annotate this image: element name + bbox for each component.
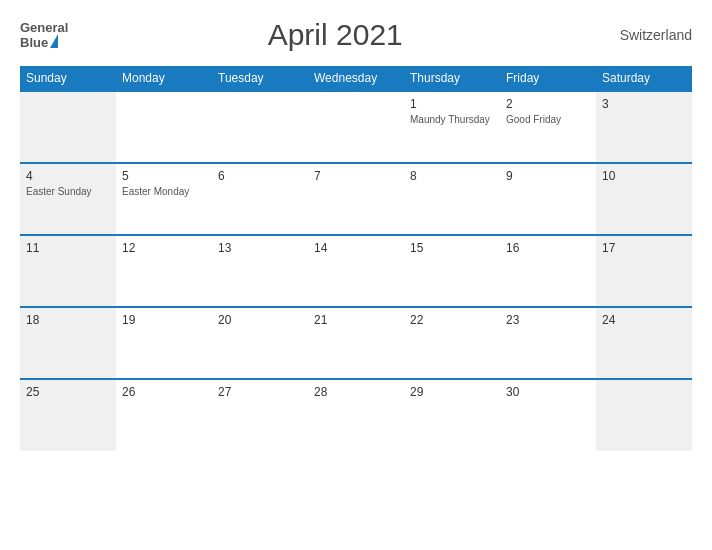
day-number: 11: [26, 241, 110, 255]
calendar-table: SundayMondayTuesdayWednesdayThursdayFrid…: [20, 66, 692, 451]
day-number: 22: [410, 313, 494, 327]
day-number: 27: [218, 385, 302, 399]
calendar-cell: 1Maundy Thursday: [404, 91, 500, 163]
day-number: 4: [26, 169, 110, 183]
calendar-cell: 29: [404, 379, 500, 451]
calendar-cell: 25: [20, 379, 116, 451]
calendar-cell: 28: [308, 379, 404, 451]
calendar-cell: 21: [308, 307, 404, 379]
calendar-cell: 17: [596, 235, 692, 307]
calendar-cell: 24: [596, 307, 692, 379]
calendar-cell: 20: [212, 307, 308, 379]
calendar-cell: [596, 379, 692, 451]
logo: General Blue: [20, 21, 68, 49]
calendar-cell: 9: [500, 163, 596, 235]
weekday-header-friday: Friday: [500, 66, 596, 91]
day-number: 15: [410, 241, 494, 255]
day-number: 24: [602, 313, 686, 327]
calendar-cell: 23: [500, 307, 596, 379]
calendar-cell: 4Easter Sunday: [20, 163, 116, 235]
weekday-header-row: SundayMondayTuesdayWednesdayThursdayFrid…: [20, 66, 692, 91]
country-label: Switzerland: [602, 27, 692, 43]
calendar-cell: 12: [116, 235, 212, 307]
holiday-name: Easter Sunday: [26, 185, 110, 198]
day-number: 6: [218, 169, 302, 183]
day-number: 19: [122, 313, 206, 327]
calendar-cell: 3: [596, 91, 692, 163]
month-title: April 2021: [68, 18, 602, 52]
day-number: 12: [122, 241, 206, 255]
calendar-cell: 14: [308, 235, 404, 307]
weekday-header-tuesday: Tuesday: [212, 66, 308, 91]
logo-general-text: General: [20, 21, 68, 34]
calendar-week-row: 4Easter Sunday5Easter Monday678910: [20, 163, 692, 235]
calendar-cell: 15: [404, 235, 500, 307]
day-number: 20: [218, 313, 302, 327]
day-number: 13: [218, 241, 302, 255]
calendar-cell: 8: [404, 163, 500, 235]
calendar-cell: 27: [212, 379, 308, 451]
day-number: 21: [314, 313, 398, 327]
day-number: 8: [410, 169, 494, 183]
day-number: 7: [314, 169, 398, 183]
holiday-name: Easter Monday: [122, 185, 206, 198]
calendar-week-row: 1Maundy Thursday2Good Friday3: [20, 91, 692, 163]
day-number: 2: [506, 97, 590, 111]
weekday-header-thursday: Thursday: [404, 66, 500, 91]
weekday-header-saturday: Saturday: [596, 66, 692, 91]
day-number: 28: [314, 385, 398, 399]
day-number: 26: [122, 385, 206, 399]
calendar-cell: 30: [500, 379, 596, 451]
day-number: 10: [602, 169, 686, 183]
calendar-week-row: 11121314151617: [20, 235, 692, 307]
day-number: 18: [26, 313, 110, 327]
calendar-cell: 26: [116, 379, 212, 451]
calendar-cell: 6: [212, 163, 308, 235]
calendar-cell: [116, 91, 212, 163]
calendar-cell: 5Easter Monday: [116, 163, 212, 235]
holiday-name: Good Friday: [506, 113, 590, 126]
day-number: 30: [506, 385, 590, 399]
weekday-header-monday: Monday: [116, 66, 212, 91]
day-number: 9: [506, 169, 590, 183]
calendar-cell: [308, 91, 404, 163]
day-number: 3: [602, 97, 686, 111]
calendar-cell: 13: [212, 235, 308, 307]
calendar-week-row: 252627282930: [20, 379, 692, 451]
calendar-container: General Blue April 2021 Switzerland Sund…: [0, 0, 712, 550]
calendar-cell: [212, 91, 308, 163]
day-number: 5: [122, 169, 206, 183]
holiday-name: Maundy Thursday: [410, 113, 494, 126]
day-number: 17: [602, 241, 686, 255]
calendar-cell: [20, 91, 116, 163]
weekday-header-wednesday: Wednesday: [308, 66, 404, 91]
day-number: 29: [410, 385, 494, 399]
calendar-week-row: 18192021222324: [20, 307, 692, 379]
calendar-cell: 2Good Friday: [500, 91, 596, 163]
day-number: 14: [314, 241, 398, 255]
calendar-header: General Blue April 2021 Switzerland: [20, 18, 692, 52]
calendar-cell: 16: [500, 235, 596, 307]
calendar-cell: 22: [404, 307, 500, 379]
day-number: 1: [410, 97, 494, 111]
calendar-cell: 7: [308, 163, 404, 235]
weekday-header-sunday: Sunday: [20, 66, 116, 91]
logo-blue-text: Blue: [20, 36, 48, 49]
calendar-cell: 10: [596, 163, 692, 235]
logo-triangle-icon: [50, 34, 58, 48]
day-number: 16: [506, 241, 590, 255]
logo-text: General Blue: [20, 21, 68, 49]
day-number: 23: [506, 313, 590, 327]
calendar-cell: 11: [20, 235, 116, 307]
day-number: 25: [26, 385, 110, 399]
calendar-cell: 18: [20, 307, 116, 379]
calendar-cell: 19: [116, 307, 212, 379]
